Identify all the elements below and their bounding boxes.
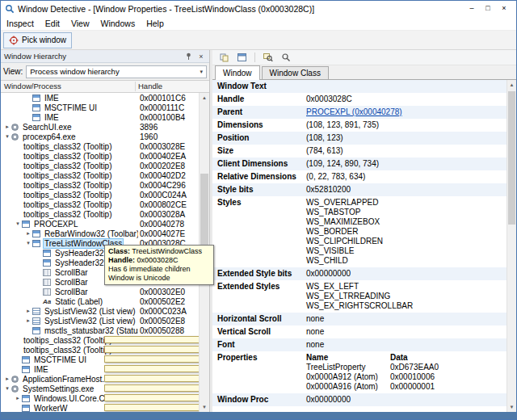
tree-row[interactable]: tooltips_class32 (Tooltip)0x000C024A xyxy=(1,190,199,200)
pick-window-button[interactable]: Pick window xyxy=(3,32,72,48)
tree-row-label[interactable]: tooltips_class32 (Tooltip) xyxy=(22,171,114,180)
tree-row-label[interactable]: ScrollBar xyxy=(53,278,90,287)
tree-row-label[interactable]: tooltips_class32 (Tooltip) xyxy=(22,200,114,209)
tree-row-label[interactable]: SysHeader32 xyxy=(53,249,106,258)
tree-row-label[interactable]: SysListView32 (List view) xyxy=(43,317,137,326)
expanded-arrow-icon[interactable]: ▾ xyxy=(24,240,32,246)
tree-row-label[interactable]: MSCTFIME UI xyxy=(32,355,88,364)
tab-window[interactable]: Window xyxy=(215,65,260,80)
tree-row[interactable]: ScrollBar0x000302E0 xyxy=(1,287,199,296)
tree-row-label[interactable]: tooltips_class32 (Tooltip) xyxy=(22,336,114,345)
tree-row-label[interactable]: SystemSettings.exe xyxy=(21,384,95,393)
tree-indent xyxy=(1,185,14,186)
tree-row-label[interactable]: procexp64.exe xyxy=(21,132,78,141)
window-icon[interactable] xyxy=(234,51,250,65)
scrollbar-thumb[interactable] xyxy=(508,91,515,225)
tree-row-label[interactable]: SysHeader32 xyxy=(53,258,106,267)
maximize-button[interactable]: □ xyxy=(480,1,496,16)
column-window-process[interactable]: Window/Process xyxy=(4,82,61,90)
tree-row[interactable]: tooltips_class32 (Tooltip)0x000802CE xyxy=(1,200,199,209)
scroll-up-icon[interactable]: ▲ xyxy=(200,93,209,103)
collapsed-arrow-icon[interactable]: ▸ xyxy=(24,230,32,237)
tree-row[interactable]: tooltips_class32 (Tooltip)0x000202E8 xyxy=(1,161,199,170)
search-icon[interactable] xyxy=(278,51,293,65)
tree-row[interactable]: tooltips_class32 (Tooltip)0x000402EA xyxy=(1,151,199,161)
tree-row[interactable]: MSCTFIME UI0x0000111C xyxy=(1,103,199,112)
scroll-up-icon[interactable]: ▲ xyxy=(507,80,516,90)
tree-row[interactable]: tooltips_class32 (Tooltip)0x0004C296 xyxy=(1,180,199,190)
tree-row-label[interactable]: tooltips_class32 (Tooltip) xyxy=(22,346,114,355)
pick-target-icon xyxy=(9,36,19,45)
column-separator[interactable] xyxy=(135,82,136,91)
menu-inspect[interactable]: Inspect xyxy=(1,17,40,30)
collapsed-arrow-icon[interactable]: ▸ xyxy=(3,124,11,130)
tree-row-label[interactable]: IME xyxy=(43,94,61,103)
tree-row[interactable]: ▸SysListView32 (List view)0x000502E8 xyxy=(1,316,199,326)
tree-row-label[interactable]: SysListView32 (List view) xyxy=(43,307,137,316)
close-button[interactable]: × xyxy=(496,1,512,16)
tree-row[interactable]: tooltips_class32 (Tooltip)0x0003028E xyxy=(1,141,199,151)
find-window-icon[interactable] xyxy=(260,51,275,65)
app-window: Window Detective - [Window Properties - … xyxy=(0,0,517,420)
tree-row-label[interactable]: tooltips_class32 (Tooltip) xyxy=(22,191,114,200)
process-icon xyxy=(11,385,19,393)
tree-row-label[interactable]: tooltips_class32 (Tooltip) xyxy=(22,142,114,151)
tree-row-label[interactable]: ReBarWindow32 (Toolbar) xyxy=(43,229,141,238)
collapsed-arrow-icon[interactable]: ▸ xyxy=(3,376,11,382)
scroll-down-icon[interactable]: ▼ xyxy=(200,402,209,412)
property-value: WS_EX_LEFTWS_EX_LTRREADINGWS_EX_RIGHTSCR… xyxy=(303,280,506,313)
tree-row-label[interactable]: PROCEXPL xyxy=(32,220,79,229)
expanded-arrow-icon[interactable]: ▾ xyxy=(3,385,11,392)
menu-edit[interactable]: Edit xyxy=(40,17,65,30)
tree-row-label[interactable]: ScrollBar xyxy=(53,288,90,296)
tree-row-label[interactable]: tooltips_class32 (Tooltip) xyxy=(22,181,114,190)
tree-row-label[interactable]: tooltips_class32 (Tooltip) xyxy=(22,162,114,170)
property-name: Font xyxy=(212,338,303,351)
tree-row-label[interactable]: MSCTFIME UI xyxy=(43,103,99,112)
menu-windows[interactable]: Windows xyxy=(95,17,141,30)
properties-scrollbar[interactable]: ▲ ▼ xyxy=(506,80,516,412)
tree-row[interactable]: tooltips_class32 (Tooltip)0x000402D2 xyxy=(1,170,199,180)
tree-row[interactable]: tooltips_class32 (Tooltip)0x0003028A xyxy=(1,209,199,219)
collapsed-arrow-icon[interactable]: ▸ xyxy=(24,317,32,324)
property-name: Handle xyxy=(212,93,303,106)
tree-row[interactable]: ▸ReBarWindow32 (Toolbar)0x0004027E xyxy=(1,229,199,238)
tree-row-label[interactable]: tooltips_class32 (Tooltip) xyxy=(22,210,114,219)
collapsed-arrow-icon[interactable]: ▸ xyxy=(24,308,32,314)
scroll-down-icon[interactable]: ▼ xyxy=(507,402,516,412)
tree-row-label[interactable]: IME xyxy=(43,113,61,122)
collapsed-arrow-icon[interactable]: ▸ xyxy=(14,395,22,401)
tree-row[interactable]: ▸SearchUI.exe3896 xyxy=(1,122,199,132)
tree-row[interactable]: ▾procexp64.exe1960 xyxy=(1,132,199,141)
tree-row-label[interactable]: SearchUI.exe xyxy=(21,123,74,132)
tree-row-label[interactable]: WorkerW xyxy=(32,404,69,413)
tree-row[interactable]: IME0x000101C6 xyxy=(1,93,199,103)
tree-row[interactable]: ▸SysListView32 (List view)0x000C023A xyxy=(1,306,199,316)
tree-row[interactable]: ▾PROCEXPL0x00040278 xyxy=(1,219,199,229)
column-handle[interactable]: Handle xyxy=(138,82,162,90)
tooltip-window-icon xyxy=(104,336,199,343)
tree-column-header[interactable]: Window/Process Handle xyxy=(1,80,209,93)
copy-icon[interactable] xyxy=(216,51,232,65)
tree-row[interactable]: AaStatic (Label)0x000502E2 xyxy=(1,296,199,306)
dock-pin-icon[interactable] xyxy=(183,52,193,61)
tab-window-class[interactable]: Window Class xyxy=(262,66,329,79)
tree-row-label[interactable]: tooltips_class32 (Tooltip) xyxy=(22,152,114,161)
menu-help[interactable]: Help xyxy=(141,17,170,30)
hierarchy-view-select[interactable]: Process window hierarchy ▾ xyxy=(26,65,207,78)
property-value: (109, 124, 890, 734) xyxy=(303,158,506,170)
expanded-arrow-icon[interactable]: ▾ xyxy=(3,133,11,140)
menu-view[interactable]: View xyxy=(65,17,95,30)
minimize-button[interactable]: – xyxy=(464,1,480,16)
property-name: Vertical Scroll xyxy=(212,326,303,338)
process-icon xyxy=(11,376,19,383)
expanded-arrow-icon[interactable]: ▾ xyxy=(14,220,22,227)
parent-window-link[interactable]: PROCEXPL (0x00040278) xyxy=(306,107,402,116)
properties-toolbar xyxy=(212,50,516,65)
tree-row-label[interactable]: ScrollBar xyxy=(53,268,90,277)
tree-row-label[interactable]: IME xyxy=(32,365,50,374)
dock-close-icon[interactable]: × xyxy=(196,52,206,61)
tree-row[interactable]: IME0x000100B4 xyxy=(1,112,199,122)
tree-row-label[interactable]: Static (Label) xyxy=(53,297,104,306)
tree-row[interactable]: msctls_statusbar32 (Status bar)0x0005028… xyxy=(1,326,199,335)
